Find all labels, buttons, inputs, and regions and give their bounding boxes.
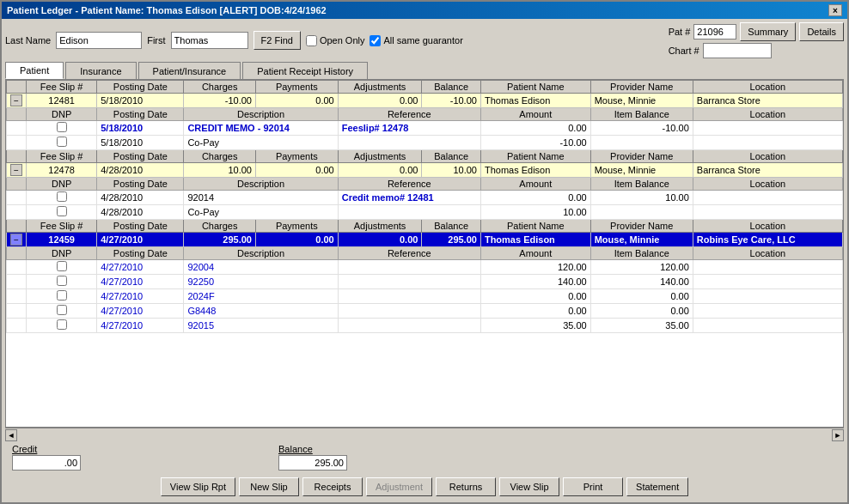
bottom-area: Credit Balance View Slip Rpt New Slip Re… xyxy=(5,441,844,499)
patient-ledger-window: Patient Ledger - Patient Name: Thomas Ed… xyxy=(0,0,849,504)
new-slip-button[interactable]: New Slip xyxy=(239,477,299,496)
print-button[interactable]: Print xyxy=(563,477,623,496)
fee-slip-row-2[interactable]: − 12478 4/28/2010 10.00 0.00 0.00 10.00 … xyxy=(7,163,843,178)
dnp-checkbox-1-1[interactable] xyxy=(57,122,67,132)
first-name-input[interactable] xyxy=(171,32,248,49)
collapse-btn-2[interactable]: − xyxy=(10,164,22,176)
tab-receipt-history[interactable]: Patient Receipt History xyxy=(242,62,368,79)
balance-label: Balance xyxy=(278,444,347,454)
ledger-table-area[interactable]: Fee Slip # Posting Date Charges Payments… xyxy=(5,79,844,428)
fee-slip-row-3[interactable]: − 12459 4/27/2010 295.00 0.00 0.00 295.0… xyxy=(7,233,843,247)
fee-header-row-2: Fee Slip # Posting Date Charges Payments… xyxy=(7,150,843,163)
view-slip-button[interactable]: View Slip xyxy=(499,477,559,496)
detail-row-3-5: 4/27/2010 92015 35.00 35.00 xyxy=(7,319,843,333)
titlebar: Patient Ledger - Patient Name: Thomas Ed… xyxy=(2,2,847,19)
fee-header-row-3: Fee Slip # Posting Date Charges Payments… xyxy=(7,220,843,233)
open-only-label: Open Only xyxy=(306,35,365,46)
detail-row-2-2: 4/28/2010 Co-Pay 10.00 xyxy=(7,205,843,220)
detail-header-3: DNP Posting Date Description Reference A… xyxy=(7,247,843,260)
close-button[interactable]: × xyxy=(828,4,842,16)
chart-input[interactable] xyxy=(703,43,772,58)
first-label: First xyxy=(147,35,165,46)
fee-header-row-1: Fee Slip # Posting Date Charges Payments… xyxy=(7,81,843,94)
window-title: Patient Ledger - Patient Name: Thomas Ed… xyxy=(7,5,327,15)
dnp-checkbox-3-3[interactable] xyxy=(57,290,67,301)
tab-patient[interactable]: Patient xyxy=(5,62,64,79)
credit-group: Credit xyxy=(12,444,81,471)
chart-label: Chart # xyxy=(669,46,699,56)
dnp-checkbox-3-2[interactable] xyxy=(57,276,67,286)
tab-insurance[interactable]: Insurance xyxy=(65,62,136,79)
main-content: Last Name First F2 Find Open Only All sa… xyxy=(2,19,847,502)
detail-header-1: DNP Posting Date Description Reference A… xyxy=(7,108,843,121)
collapse-btn-1[interactable]: − xyxy=(10,94,22,106)
pat-chart-area: Pat # Summary Details Chart # xyxy=(669,22,844,58)
dnp-checkbox-2-2[interactable] xyxy=(57,206,67,216)
balance-value[interactable] xyxy=(278,455,347,471)
returns-button[interactable]: Returns xyxy=(436,477,496,496)
view-slip-rpt-button[interactable]: View Slip Rpt xyxy=(161,477,235,496)
adjustment-button[interactable]: Adjustment xyxy=(366,477,432,496)
all-same-checkbox[interactable] xyxy=(370,35,381,46)
credit-value[interactable] xyxy=(12,455,81,471)
detail-row-3-3: 4/27/2010 2024F 0.00 0.00 xyxy=(7,289,843,304)
statement-button[interactable]: Statement xyxy=(626,477,688,496)
balance-group: Balance xyxy=(278,444,347,471)
detail-row-3-4: 4/27/2010 G8448 0.00 0.00 xyxy=(7,304,843,319)
fee-slip-row-1[interactable]: − 12481 5/18/2010 -10.00 0.00 0.00 -10.0… xyxy=(7,94,843,108)
detail-row-3-2: 4/27/2010 92250 140.00 140.00 xyxy=(7,275,843,289)
pat-label: Pat # xyxy=(669,27,691,37)
dnp-checkbox-1-2[interactable] xyxy=(57,137,67,147)
horizontal-scrollbar[interactable]: ◄ ► xyxy=(5,428,844,441)
ledger-table: Fee Slip # Posting Date Charges Payments… xyxy=(6,80,843,333)
f2-find-button[interactable]: F2 Find xyxy=(253,31,301,50)
dnp-checkbox-2-1[interactable] xyxy=(57,191,67,202)
scroll-left-btn[interactable]: ◄ xyxy=(5,429,17,441)
detail-row-3-1: 4/27/2010 92004 120.00 120.00 xyxy=(7,260,843,275)
detail-header-2: DNP Posting Date Description Reference A… xyxy=(7,178,843,191)
credit-label: Credit xyxy=(12,444,81,454)
tab-patient-insurance[interactable]: Patient/Insurance xyxy=(138,62,241,79)
last-name-label: Last Name xyxy=(5,35,51,46)
top-bar: Last Name First F2 Find Open Only All sa… xyxy=(5,22,844,58)
detail-row-1-1: 5/18/2010 CREDIT MEMO - 92014 Feeslip# 1… xyxy=(7,121,843,136)
open-only-checkbox[interactable] xyxy=(306,35,317,46)
summary-button[interactable]: Summary xyxy=(740,22,796,41)
tabs-area: Patient Insurance Patient/Insurance Pati… xyxy=(5,62,844,79)
dnp-checkbox-3-1[interactable] xyxy=(57,261,67,271)
last-name-input[interactable] xyxy=(56,32,142,49)
receipts-button[interactable]: Receipts xyxy=(302,477,363,496)
collapse-btn-3[interactable]: − xyxy=(10,234,22,246)
pat-input[interactable] xyxy=(693,24,736,39)
detail-row-2-1: 4/28/2010 92014 Credit memo# 12481 0.00 … xyxy=(7,191,843,205)
dnp-checkbox-3-5[interactable] xyxy=(57,319,67,330)
dnp-checkbox-3-4[interactable] xyxy=(57,305,67,315)
all-same-label: All same guarantor xyxy=(370,35,462,46)
scroll-right-btn[interactable]: ► xyxy=(832,429,844,441)
details-button[interactable]: Details xyxy=(799,22,844,41)
detail-row-1-2: 5/18/2010 Co-Pay -10.00 xyxy=(7,136,843,150)
action-buttons-row: View Slip Rpt New Slip Receipts Adjustme… xyxy=(5,475,844,499)
